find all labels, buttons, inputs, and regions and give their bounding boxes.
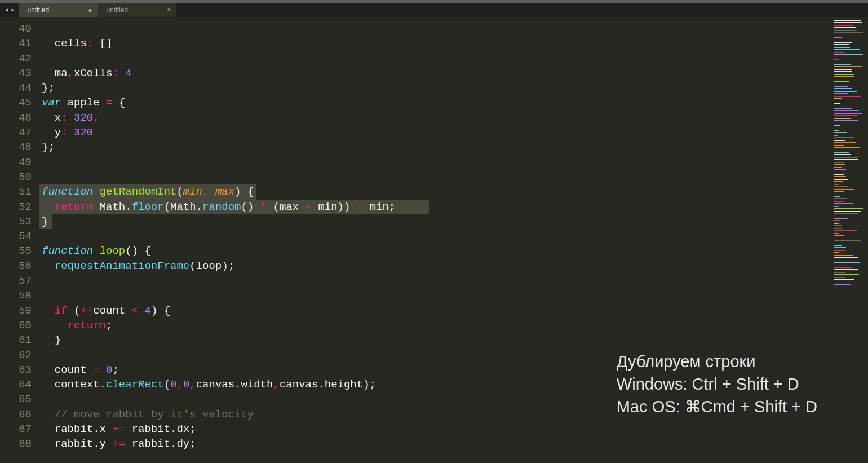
line-number: 61	[0, 333, 32, 347]
line-number: 44	[0, 81, 32, 95]
line-number: 47	[0, 125, 32, 140]
code-line[interactable]	[39, 155, 833, 170]
code-line[interactable]: };	[39, 140, 833, 155]
code-line[interactable]: }	[39, 214, 833, 229]
line-number: 52	[0, 200, 32, 214]
line-number: 55	[0, 244, 32, 258]
line-number: 54	[0, 229, 32, 244]
code-line[interactable]: }	[39, 333, 833, 347]
code-line[interactable]: requestAnimationFrame(loop);	[39, 259, 833, 274]
line-number: 40	[0, 21, 32, 36]
overlay-line-3: Mac OS: ⌘Cmd + Shift + D	[617, 395, 817, 418]
tab-bar: ◂ ▸ untitled ● untitled ×	[0, 3, 868, 17]
line-number: 64	[0, 377, 32, 392]
code-line[interactable]: };	[39, 81, 833, 95]
line-number: 41	[0, 36, 32, 51]
line-number: 65	[0, 392, 32, 407]
code-line[interactable]: ··return·Math.floor(Math.random()·*·(max…	[39, 200, 833, 214]
code-line[interactable]: var apple = {	[39, 95, 833, 110]
line-number: 43	[0, 66, 32, 81]
tab-untitled-1[interactable]: untitled ●	[19, 3, 98, 17]
line-number: 45	[0, 95, 32, 110]
line-number: 57	[0, 274, 32, 288]
line-number: 63	[0, 363, 32, 377]
code-line[interactable]: rabbit.y += rabbit.dy;	[39, 436, 833, 451]
tab-label: untitled	[27, 6, 49, 14]
close-icon[interactable]: ×	[167, 6, 171, 14]
line-number: 60	[0, 318, 32, 333]
code-line[interactable]: ma,xCells: 4	[39, 66, 833, 81]
line-gutter: 4041424344454647484950515253545556575859…	[0, 17, 39, 463]
overlay-line-2: Windows: Ctrl + Shift + D	[617, 373, 817, 395]
code-line[interactable]	[39, 21, 833, 36]
nav-forward-icon[interactable]: ▸	[11, 6, 15, 14]
code-line[interactable]	[39, 288, 833, 303]
code-line[interactable]	[39, 170, 833, 184]
code-line[interactable]: function loop() {	[39, 244, 833, 258]
line-number: 66	[0, 407, 32, 422]
code-line[interactable]: rabbit.x += rabbit.dx;	[39, 422, 833, 436]
line-number: 58	[0, 288, 32, 303]
line-number: 59	[0, 303, 32, 318]
editor: 4041424344454647484950515253545556575859…	[0, 17, 868, 463]
code-line[interactable]: if (++count < 4) {	[39, 303, 833, 318]
minimap[interactable]	[833, 17, 868, 463]
code-line[interactable]: cells: []	[39, 36, 833, 51]
line-number: 56	[0, 259, 32, 274]
overlay-line-1: Дублируем строки	[617, 350, 817, 373]
nav-arrows: ◂ ▸	[0, 3, 19, 17]
line-number: 42	[0, 51, 32, 66]
line-number: 53	[0, 214, 32, 229]
code-line[interactable]: y: 320	[39, 125, 833, 140]
code-line[interactable]	[39, 51, 833, 66]
code-line[interactable]	[39, 274, 833, 288]
code-line[interactable]: x: 320,	[39, 111, 833, 125]
line-number: 48	[0, 140, 32, 155]
code-line[interactable]	[39, 229, 833, 244]
line-number: 62	[0, 348, 32, 363]
tab-untitled-2[interactable]: untitled ×	[98, 3, 177, 17]
line-number: 46	[0, 111, 32, 125]
line-number: 49	[0, 155, 32, 170]
tab-label: untitled	[106, 6, 128, 14]
line-number: 51	[0, 184, 32, 199]
code-line[interactable]: function·getRandomInt(min,·max)·{	[39, 184, 833, 199]
line-number: 67	[0, 422, 32, 436]
line-number: 50	[0, 170, 32, 184]
line-number: 68	[0, 436, 32, 451]
nav-back-icon[interactable]: ◂	[5, 6, 8, 14]
tab-dirty-indicator-icon: ●	[88, 6, 92, 14]
shortcut-overlay: Дублируем строки Windows: Ctrl + Shift +…	[617, 350, 817, 418]
code-line[interactable]: return;	[39, 318, 833, 333]
